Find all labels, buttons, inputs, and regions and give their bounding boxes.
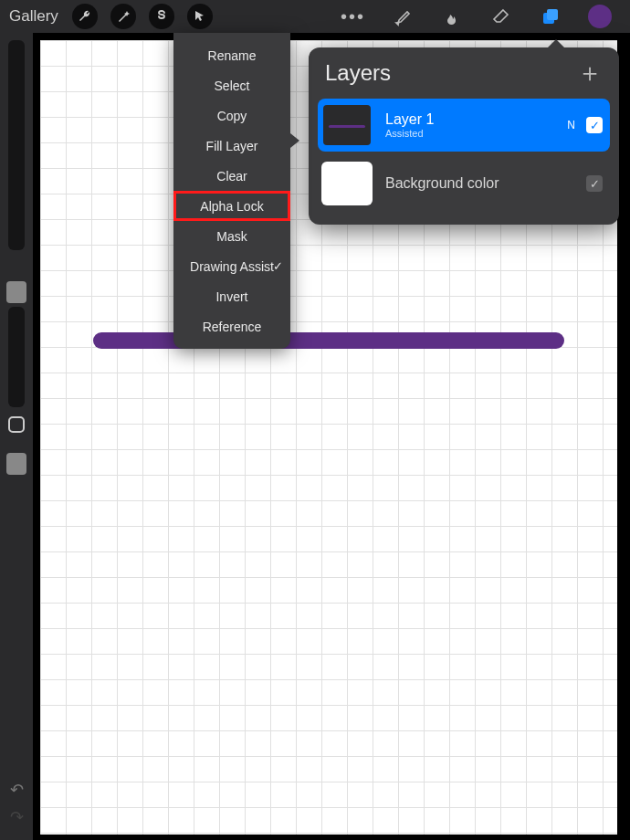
ctx-copy[interactable]: Copy: [173, 100, 290, 131]
transform-button[interactable]: [184, 1, 215, 32]
layers-icon: [540, 5, 562, 27]
brush-button[interactable]: [387, 1, 418, 32]
layer-row[interactable]: Background color ✓: [318, 157, 610, 210]
paintbrush-icon: [393, 6, 413, 26]
layers-panel: Layers ＋ Layer 1 Assisted N ✓ Background…: [309, 47, 619, 225]
menu-pointer-icon: [290, 133, 299, 148]
blend-mode-label[interactable]: N: [567, 119, 575, 131]
ctx-alpha-lock[interactable]: Alpha Lock: [173, 191, 290, 221]
brush-size-slider[interactable]: [8, 40, 25, 250]
layer-row[interactable]: Layer 1 Assisted N ✓: [318, 99, 610, 152]
add-layer-button[interactable]: ＋: [577, 60, 603, 86]
layer-info: Layer 1 Assisted: [385, 111, 567, 139]
ctx-mask[interactable]: Mask: [173, 221, 290, 251]
selection-s-icon: [149, 4, 174, 29]
check-icon: ✓: [273, 259, 283, 273]
redo-button[interactable]: ↷: [0, 803, 33, 831]
ctx-rename[interactable]: Rename: [173, 40, 290, 70]
layer-thumbnail: [321, 103, 373, 147]
ctx-fill-layer[interactable]: Fill Layer: [173, 131, 290, 161]
layer-name: Layer 1: [385, 111, 567, 128]
ctx-drawing-assist[interactable]: Drawing Assist ✓: [173, 251, 290, 281]
redo-icon: ↷: [10, 807, 24, 827]
check-icon: ✓: [590, 177, 600, 191]
cursor-arrow-icon: [187, 4, 213, 29]
layer-thumbnail: [321, 162, 373, 205]
layers-button[interactable]: [535, 1, 566, 32]
wrench-icon: [72, 4, 98, 29]
gallery-button[interactable]: Gallery: [5, 7, 66, 26]
modify-square-button[interactable]: [8, 416, 25, 433]
eraser-button[interactable]: [486, 1, 517, 32]
left-sidebar: ↶ ↷: [0, 33, 33, 840]
smudge-button[interactable]: [436, 1, 467, 32]
modify-menu-button[interactable]: •••: [328, 6, 378, 27]
ctx-select[interactable]: Select: [173, 70, 290, 100]
layer-info: Background color: [385, 175, 586, 192]
panel-arrow-icon: [548, 39, 564, 47]
layer-visibility-checkbox[interactable]: ✓: [586, 117, 603, 133]
brush-size-thumb[interactable]: [6, 281, 26, 303]
ctx-clear[interactable]: Clear: [173, 161, 290, 191]
color-swatch-icon: [588, 5, 612, 28]
layer-visibility-checkbox[interactable]: ✓: [586, 175, 603, 192]
top-toolbar: Gallery •••: [0, 0, 630, 33]
wand-icon: [110, 4, 136, 29]
eraser-icon: [491, 6, 511, 26]
color-button[interactable]: [584, 1, 615, 32]
undo-icon: ↶: [10, 780, 24, 800]
actions-button[interactable]: [69, 1, 100, 32]
ctx-reference[interactable]: Reference: [173, 311, 290, 341]
drawn-stroke: [93, 332, 564, 349]
adjustments-button[interactable]: [108, 1, 139, 32]
svg-rect-1: [547, 9, 558, 20]
opacity-slider[interactable]: [8, 307, 25, 407]
layer-name: Background color: [385, 175, 586, 192]
layers-title: Layers: [325, 60, 391, 86]
undo-button[interactable]: ↶: [0, 776, 33, 803]
ctx-invert[interactable]: Invert: [173, 281, 290, 311]
smudge-icon: [442, 6, 462, 26]
opacity-thumb[interactable]: [6, 453, 26, 475]
ctx-drawing-assist-label: Drawing Assist: [190, 259, 274, 274]
selection-button[interactable]: [146, 1, 177, 32]
layer-subtitle: Assisted: [385, 128, 567, 139]
plus-icon: ＋: [577, 58, 603, 87]
check-icon: ✓: [590, 119, 600, 132]
layer-context-menu: Rename Select Copy Fill Layer Clear Alph…: [173, 33, 290, 349]
